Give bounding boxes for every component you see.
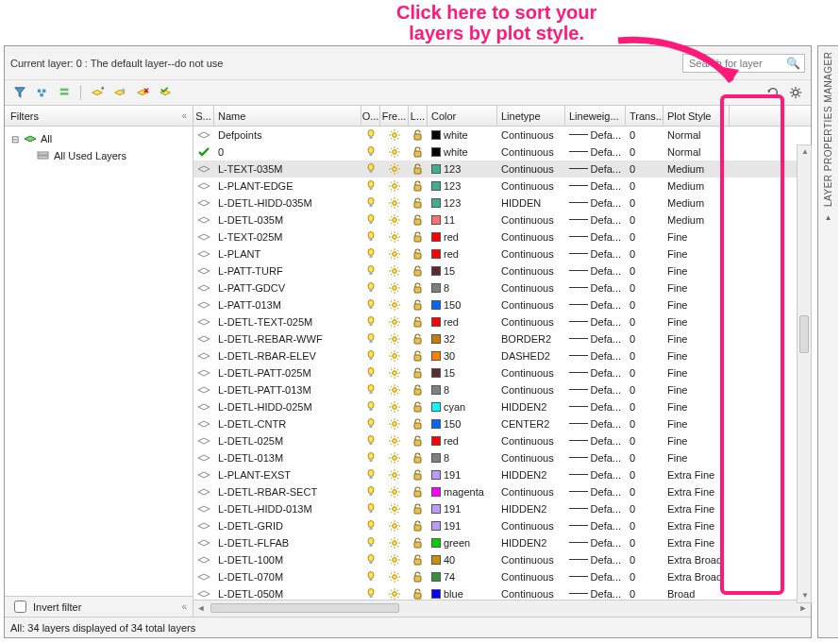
cell-status[interactable] <box>193 436 214 446</box>
cell-freeze[interactable] <box>380 282 409 294</box>
cell-color[interactable]: 123 <box>428 180 497 192</box>
cell-plotstyle[interactable]: Fine <box>664 435 730 447</box>
cell-color[interactable]: 40 <box>428 554 497 566</box>
cell-freeze[interactable] <box>380 520 409 532</box>
panel-title-bar[interactable]: ▲ LAYER PROPERTIES MANAGER <box>817 45 838 638</box>
col-header-plotstyle[interactable]: Plot Style <box>664 106 730 126</box>
cell-name[interactable]: L-PATT-GDCV <box>214 282 361 294</box>
cell-lock[interactable] <box>409 163 428 175</box>
cell-plotstyle[interactable]: Fine <box>664 418 730 430</box>
cell-status[interactable] <box>193 368 214 378</box>
cell-linetype[interactable]: Continuous <box>497 282 565 294</box>
cell-lineweight[interactable]: Defa... <box>565 231 626 243</box>
cell-trans[interactable]: 0 <box>626 282 664 294</box>
cell-trans[interactable]: 0 <box>626 350 664 362</box>
cell-status[interactable] <box>193 589 214 599</box>
cell-on[interactable] <box>361 350 380 362</box>
cell-lineweight[interactable]: Defa... <box>565 554 626 566</box>
cell-trans[interactable]: 0 <box>626 469 664 481</box>
cell-linetype[interactable]: Continuous <box>497 299 565 311</box>
cell-status[interactable] <box>193 351 214 361</box>
cell-lineweight[interactable]: Defa... <box>565 180 626 192</box>
cell-color[interactable]: 30 <box>428 350 497 362</box>
cell-linetype[interactable]: Continuous <box>497 146 565 158</box>
cell-lock[interactable] <box>409 265 428 277</box>
cell-trans[interactable]: 0 <box>626 129 664 141</box>
cell-lineweight[interactable]: Defa... <box>565 401 626 413</box>
cell-lock[interactable] <box>409 129 428 141</box>
cell-trans[interactable]: 0 <box>626 435 664 447</box>
cell-trans[interactable]: 0 <box>626 248 664 260</box>
layer-row[interactable]: L-TEXT-025MredContinuousDefa...0Fine <box>193 228 811 245</box>
cell-color[interactable]: 8 <box>428 452 497 464</box>
layer-row[interactable]: L-PATT-TURF15ContinuousDefa...0Fine <box>193 262 811 279</box>
cell-name[interactable]: L-DETL-FLFAB <box>214 537 361 549</box>
cell-lineweight[interactable]: Defa... <box>565 435 626 447</box>
cell-plotstyle[interactable]: Medium <box>664 163 730 175</box>
cell-on[interactable] <box>361 401 380 413</box>
cell-status[interactable] <box>193 249 214 259</box>
layer-row[interactable]: L-DETL-PATT-013M8ContinuousDefa...0Fine <box>193 381 811 398</box>
cell-on[interactable] <box>361 435 380 447</box>
cell-lineweight[interactable]: Defa... <box>565 384 626 396</box>
cell-linetype[interactable]: Continuous <box>497 129 565 141</box>
filter-all-used[interactable]: All Used Layers <box>5 147 193 164</box>
cell-lineweight[interactable]: Defa... <box>565 197 626 209</box>
cell-freeze[interactable] <box>380 265 409 277</box>
cell-lock[interactable] <box>409 452 428 464</box>
search-input[interactable] <box>687 57 786 70</box>
cell-trans[interactable]: 0 <box>626 299 664 311</box>
cell-plotstyle[interactable]: Fine <box>664 299 730 311</box>
cell-trans[interactable]: 0 <box>626 163 664 175</box>
cell-lineweight[interactable]: Defa... <box>565 248 626 260</box>
cell-plotstyle[interactable]: Extra Fine <box>664 486 730 498</box>
cell-freeze[interactable] <box>380 316 409 328</box>
cell-lineweight[interactable]: Defa... <box>565 214 626 226</box>
cell-lock[interactable] <box>409 384 428 396</box>
cell-trans[interactable]: 0 <box>626 333 664 345</box>
layer-row[interactable]: L-DETL-CNTR150CENTER2Defa...0Fine <box>193 415 811 432</box>
cell-lineweight[interactable]: Defa... <box>565 503 626 515</box>
cell-color[interactable]: 15 <box>428 265 497 277</box>
cell-linetype[interactable]: Continuous <box>497 520 565 532</box>
cell-lineweight[interactable]: Defa... <box>565 350 626 362</box>
cell-color[interactable]: 150 <box>428 418 497 430</box>
cell-plotstyle[interactable]: Medium <box>664 180 730 192</box>
cell-linetype[interactable]: Continuous <box>497 554 565 566</box>
cell-on[interactable] <box>361 282 380 294</box>
cell-color[interactable]: white <box>428 129 497 141</box>
cell-freeze[interactable] <box>380 163 409 175</box>
cell-color[interactable]: 74 <box>428 571 497 583</box>
cell-on[interactable] <box>361 486 380 498</box>
cell-linetype[interactable]: HIDDEN2 <box>497 537 565 549</box>
cell-color[interactable]: 191 <box>428 503 497 515</box>
cell-name[interactable]: L-PLANT <box>214 248 361 260</box>
search-input-wrap[interactable]: 🔍 <box>682 54 805 73</box>
cell-lineweight[interactable]: Defa... <box>565 486 626 498</box>
cell-linetype[interactable]: HIDDEN2 <box>497 401 565 413</box>
cell-name[interactable]: L-PATT-TURF <box>214 265 361 277</box>
new-layer-button[interactable]: ✶ <box>88 83 107 102</box>
cell-trans[interactable]: 0 <box>626 214 664 226</box>
cell-linetype[interactable]: Continuous <box>497 588 565 600</box>
cell-lock[interactable] <box>409 435 428 447</box>
layer-row[interactable]: L-DETL-070M74ContinuousDefa...0Extra Bro… <box>193 568 811 585</box>
cell-plotstyle[interactable]: Extra Fine <box>664 537 730 549</box>
cell-name[interactable]: L-DETL-HIDD-013M <box>214 503 361 515</box>
cell-lock[interactable] <box>409 146 428 158</box>
cell-on[interactable] <box>361 163 380 175</box>
cell-plotstyle[interactable]: Broad <box>664 588 730 600</box>
cell-linetype[interactable]: Continuous <box>497 367 565 379</box>
cell-freeze[interactable] <box>380 588 409 600</box>
cell-on[interactable] <box>361 452 380 464</box>
cell-trans[interactable]: 0 <box>626 537 664 549</box>
cell-lineweight[interactable]: Defa... <box>565 520 626 532</box>
cell-freeze[interactable] <box>380 129 409 141</box>
cell-status[interactable] <box>193 504 214 514</box>
cell-status[interactable] <box>193 300 214 310</box>
cell-lineweight[interactable]: Defa... <box>565 469 626 481</box>
cell-on[interactable] <box>361 299 380 311</box>
cell-status[interactable] <box>193 266 214 276</box>
cell-status[interactable] <box>193 453 214 463</box>
cell-name[interactable]: L-PATT-013M <box>214 299 361 311</box>
